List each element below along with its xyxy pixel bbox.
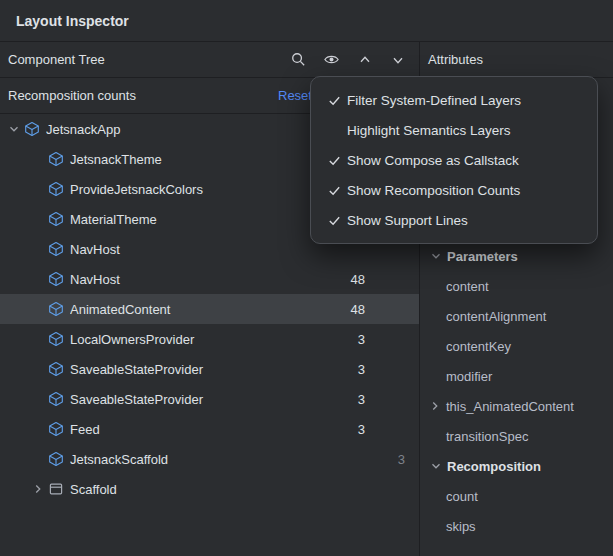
- checkmark-icon: [321, 92, 347, 108]
- menu-item-filter-system-defined-layers[interactable]: Filter System-Defined Layers: [311, 85, 597, 115]
- tree-node-label: SaveableStateProvider: [70, 392, 319, 407]
- view-options-menu: Filter System-Defined LayersHighlight Se…: [310, 76, 598, 244]
- compose-node-icon: [48, 421, 64, 437]
- compose-node-icon: [48, 391, 64, 407]
- compose-node-icon: [48, 181, 64, 197]
- tree-node-label: JetsnackApp: [46, 122, 319, 137]
- menu-item-highlight-semantics-layers[interactable]: Highlight Semantics Layers: [311, 115, 597, 145]
- attr-item-label: transitionSpec: [446, 429, 528, 444]
- window-titlebar: Layout Inspector: [0, 0, 613, 42]
- chevron-right-icon[interactable]: [427, 398, 443, 414]
- expander-spacer: [30, 241, 46, 257]
- expand-all-icon[interactable]: [355, 50, 374, 69]
- tree-node-label: ProvideJetsnackColors: [70, 182, 319, 197]
- recomposition-count: 3: [319, 362, 365, 377]
- attr-item-label: skips: [446, 519, 476, 534]
- tree-node-label: Scaffold: [70, 482, 319, 497]
- tree-node-NavHost[interactable]: NavHost48: [0, 264, 419, 294]
- tree-node-SaveableStateProvider[interactable]: SaveableStateProvider3: [0, 384, 419, 414]
- attr-item-this_AnimatedContent[interactable]: this_AnimatedContent: [420, 391, 613, 421]
- tree-node-label: NavHost: [70, 272, 319, 287]
- expander-spacer: [30, 181, 46, 197]
- tree-node-label: SaveableStateProvider: [70, 362, 319, 377]
- menu-item-label: Show Support Lines: [347, 213, 468, 228]
- attr-section-label: Parameters: [447, 249, 518, 264]
- tree-node-AnimatedContent[interactable]: AnimatedContent48: [0, 294, 419, 324]
- attr-section-label: Recomposition: [447, 459, 541, 474]
- tree-node-SaveableStateProvider[interactable]: SaveableStateProvider3: [0, 354, 419, 384]
- skip-count: 3: [365, 452, 419, 467]
- chevron-down-icon[interactable]: [428, 248, 444, 264]
- collapse-all-icon[interactable]: [388, 50, 407, 69]
- compose-node-icon: [48, 211, 64, 227]
- attr-item-label: contentKey: [446, 339, 511, 354]
- checkmark-icon: [321, 212, 347, 228]
- menu-item-show-compose-as-callstack[interactable]: Show Compose as Callstack: [311, 145, 597, 175]
- attr-item-modifier[interactable]: modifier: [420, 361, 613, 391]
- menu-item-show-recomposition-counts[interactable]: Show Recomposition Counts: [311, 175, 597, 205]
- tree-node-Scaffold[interactable]: Scaffold: [0, 474, 419, 504]
- expander-spacer: [30, 361, 46, 377]
- compose-node-icon: [24, 121, 40, 137]
- checkmark-icon: [321, 182, 347, 198]
- attr-item-transitionSpec[interactable]: transitionSpec: [420, 421, 613, 451]
- reset-counts-link[interactable]: Reset: [278, 88, 312, 103]
- attr-item-skips[interactable]: skips: [420, 511, 613, 541]
- attributes-title: Attributes: [428, 52, 483, 67]
- attr-item-contentKey[interactable]: contentKey: [420, 331, 613, 361]
- expander-spacer: [30, 451, 46, 467]
- attr-item-content[interactable]: content: [420, 271, 613, 301]
- attr-item-label: this_AnimatedContent: [446, 399, 574, 414]
- compose-node-icon: [48, 361, 64, 377]
- tree-node-JetsnackScaffold[interactable]: JetsnackScaffold3: [0, 444, 419, 474]
- attr-item-count[interactable]: count: [420, 481, 613, 511]
- tree-node-label: JetsnackTheme: [70, 152, 319, 167]
- view-options-eye-icon[interactable]: [322, 50, 341, 69]
- tree-node-label: Feed: [70, 422, 319, 437]
- menu-item-show-support-lines[interactable]: Show Support Lines: [311, 205, 597, 235]
- tree-node-Feed[interactable]: Feed3: [0, 414, 419, 444]
- tree-node-LocalOwnersProvider[interactable]: LocalOwnersProvider3: [0, 324, 419, 354]
- attr-item-contentAlignment[interactable]: contentAlignment: [420, 301, 613, 331]
- attr-section-Recomposition[interactable]: Recomposition: [420, 451, 613, 481]
- component-tree-header: Component Tree: [0, 42, 420, 78]
- expander-spacer: [30, 301, 46, 317]
- expander-spacer: [30, 391, 46, 407]
- menu-item-label: Show Compose as Callstack: [347, 153, 519, 168]
- menu-item-label: Show Recomposition Counts: [347, 183, 520, 198]
- checkmark-placeholder: [321, 122, 347, 138]
- attr-item-label: contentAlignment: [446, 309, 546, 324]
- attributes-list: ParameterscontentcontentAlignmentcontent…: [420, 241, 613, 541]
- page-title: Layout Inspector: [16, 13, 129, 29]
- expander-spacer: [30, 211, 46, 227]
- menu-item-label: Filter System-Defined Layers: [347, 93, 521, 108]
- chevron-right-icon[interactable]: [30, 481, 46, 497]
- compose-node-icon: [48, 271, 64, 287]
- search-icon[interactable]: [289, 50, 308, 69]
- checkmark-icon: [321, 152, 347, 168]
- expander-spacer: [30, 331, 46, 347]
- recomposition-count: 48: [319, 272, 365, 287]
- recomposition-counts-label: Recomposition counts: [8, 88, 136, 103]
- tree-node-label: AnimatedContent: [70, 302, 319, 317]
- tree-node-label: MaterialTheme: [70, 212, 319, 227]
- view-options-menu-items: Filter System-Defined LayersHighlight Se…: [311, 85, 597, 235]
- attributes-header: Attributes: [420, 42, 613, 78]
- attr-section-Parameters[interactable]: Parameters: [420, 241, 613, 271]
- compose-node-icon: [48, 151, 64, 167]
- recomposition-count: 3: [319, 422, 365, 437]
- chevron-down-icon[interactable]: [6, 121, 22, 137]
- expander-spacer: [30, 421, 46, 437]
- expander-spacer: [30, 271, 46, 287]
- recomposition-count: 3: [319, 392, 365, 407]
- attr-item-label: modifier: [446, 369, 492, 384]
- component-tree-title: Component Tree: [8, 52, 105, 67]
- expander-spacer: [30, 151, 46, 167]
- chevron-down-icon[interactable]: [428, 458, 444, 474]
- recomposition-count: 3: [319, 332, 365, 347]
- tree-node-label: JetsnackScaffold: [70, 452, 319, 467]
- tree-node-label: LocalOwnersProvider: [70, 332, 319, 347]
- compose-node-icon: [48, 331, 64, 347]
- attr-item-label: content: [446, 279, 489, 294]
- attr-item-label: count: [446, 489, 478, 504]
